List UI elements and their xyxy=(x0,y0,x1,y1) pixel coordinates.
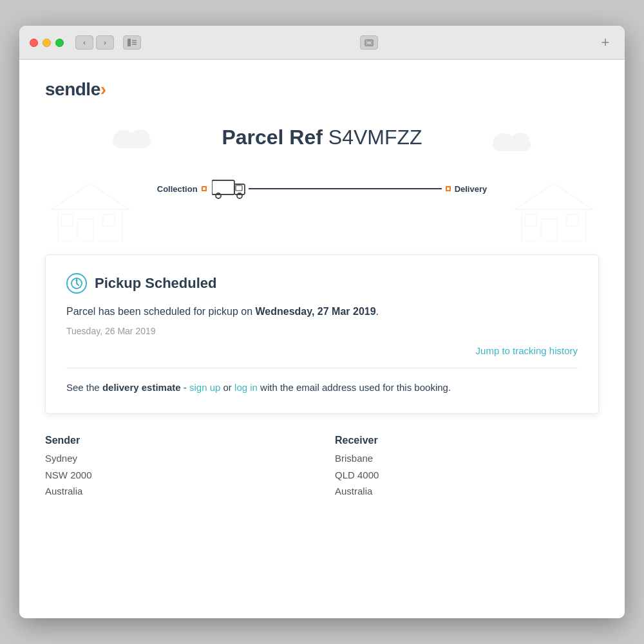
svg-point-11 xyxy=(511,133,529,148)
status-desc-prefix: Parcel has been scheduled for pickup on xyxy=(66,306,256,317)
traffic-lights xyxy=(30,39,64,47)
logo: sendle› xyxy=(45,79,599,100)
collection-label: Collection xyxy=(157,184,198,194)
delivery-estimate-middle: - xyxy=(181,382,189,393)
card-divider xyxy=(66,368,578,368)
svg-point-8 xyxy=(131,129,149,145)
svg-rect-21 xyxy=(567,214,578,226)
collection-dot xyxy=(202,186,207,191)
page-title: Parcel Ref S4VMFZZ xyxy=(222,126,422,149)
sender-state: NSW 2000 xyxy=(45,467,309,484)
svg-rect-20 xyxy=(525,214,536,226)
maximize-button[interactable] xyxy=(55,39,64,47)
svg-rect-16 xyxy=(103,214,115,226)
forward-button[interactable]: › xyxy=(96,35,114,50)
svg-rect-2 xyxy=(132,42,137,43)
svg-rect-14 xyxy=(77,219,93,242)
jump-to-tracking-link[interactable]: Jump to tracking history xyxy=(66,345,578,356)
cloud-right xyxy=(489,129,535,154)
browser-window: ‹ › + sendle› xyxy=(19,26,625,618)
logo-wordmark: sendle xyxy=(45,79,100,99)
receiver-block: Receiver Brisbane QLD 4000 Australia xyxy=(335,435,599,500)
svg-point-7 xyxy=(113,130,134,147)
svg-rect-0 xyxy=(128,39,131,46)
svg-marker-29 xyxy=(75,279,78,281)
svg-rect-24 xyxy=(236,185,242,191)
receiver-country: Australia xyxy=(335,483,599,500)
status-date: Tuesday, 26 Mar 2019 xyxy=(66,326,578,336)
status-icon xyxy=(66,273,87,294)
status-desc-date: Wednesday, 27 Mar 2019 xyxy=(256,306,376,317)
delivery-estimate-suffix: with the email address used for this boo… xyxy=(258,382,451,393)
page-title-ref: S4VMFZZ xyxy=(328,126,422,149)
minimize-button[interactable] xyxy=(43,39,51,47)
svg-rect-19 xyxy=(541,219,557,242)
sidebar-toggle-button[interactable] xyxy=(123,35,141,50)
delivery-estimate-or: or xyxy=(220,382,234,393)
tracking-line xyxy=(249,188,442,189)
status-card: Pickup Scheduled Parcel has been schedul… xyxy=(45,254,599,414)
status-header: Pickup Scheduled xyxy=(66,273,578,294)
signup-link[interactable]: sign up xyxy=(189,382,220,393)
sender-block: Sender Sydney NSW 2000 Australia xyxy=(45,435,309,500)
delivery-estimate-prefix: See the xyxy=(66,382,102,393)
svg-rect-15 xyxy=(61,214,73,226)
back-button[interactable]: ‹ xyxy=(75,35,93,50)
page-title-bold: Parcel Ref xyxy=(222,126,323,149)
svg-rect-1 xyxy=(132,40,137,41)
status-description: Parcel has been scheduled for pickup on … xyxy=(66,304,578,319)
sender-city: Sydney xyxy=(45,450,309,467)
sender-country: Australia xyxy=(45,483,309,500)
logo-text: sendle› xyxy=(45,79,106,100)
svg-point-10 xyxy=(493,133,514,150)
receiver-state: QLD 4000 xyxy=(335,467,599,484)
svg-rect-22 xyxy=(212,180,234,194)
delivery-estimate-text: See the delivery estimate - sign up or l… xyxy=(66,380,578,395)
new-tab-button[interactable]: + xyxy=(596,33,614,52)
delivery-estimate-bold: delivery estimate xyxy=(102,382,181,393)
delivery-label: Delivery xyxy=(455,184,488,194)
browser-content: sendle› Parcel Re xyxy=(19,60,625,618)
receiver-city: Brisbane xyxy=(335,450,599,467)
svg-rect-5 xyxy=(366,41,372,44)
logo-arrow: › xyxy=(100,79,106,99)
status-title: Pickup Scheduled xyxy=(95,275,217,292)
truck-icon xyxy=(212,175,247,202)
svg-rect-3 xyxy=(132,44,137,45)
cloud-left xyxy=(109,126,155,151)
tracking-bar: Collection xyxy=(45,175,599,202)
nav-buttons: ‹ › xyxy=(75,35,114,50)
scene-container: Parcel Ref S4VMFZZ xyxy=(45,126,599,242)
browser-chrome: ‹ › + xyxy=(19,26,625,60)
login-link[interactable]: log in xyxy=(234,382,258,393)
receiver-label: Receiver xyxy=(335,435,599,446)
delivery-dot xyxy=(446,186,451,191)
address-section: Sender Sydney NSW 2000 Australia Receive… xyxy=(45,435,599,500)
window-controls-button[interactable] xyxy=(360,35,378,50)
sender-label: Sender xyxy=(45,435,309,446)
close-button[interactable] xyxy=(30,39,38,47)
status-desc-suffix: . xyxy=(376,306,379,317)
